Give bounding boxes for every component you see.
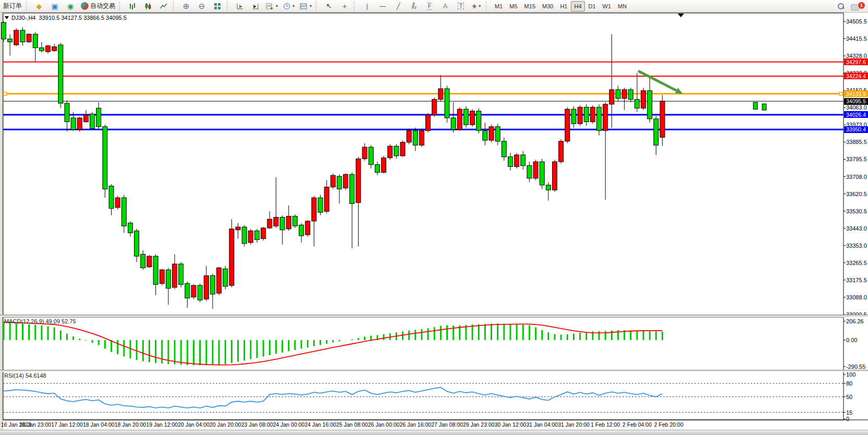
accounts-icon: ▣ <box>51 3 58 10</box>
horizontal-scrollbar[interactable] <box>0 430 868 435</box>
candle <box>223 269 228 286</box>
autoscroll-button[interactable] <box>233 1 247 12</box>
date-axis-label: 16 Jan 23:00 <box>19 421 51 428</box>
ohlc-bars-icon <box>129 3 136 10</box>
autotrade-button[interactable]: 自动交易 <box>79 1 117 12</box>
tile-windows-button[interactable] <box>210 1 225 12</box>
candle <box>553 162 557 190</box>
panel-splitter[interactable] <box>0 370 868 372</box>
autotrade-icon <box>81 2 89 10</box>
shapes-button[interactable]: ◈▾ <box>469 1 484 12</box>
candle <box>160 270 164 283</box>
candle <box>65 103 69 122</box>
candle <box>210 276 215 294</box>
candle <box>647 91 652 119</box>
crosshair-button[interactable]: + <box>337 1 352 12</box>
candle <box>432 100 437 115</box>
accounts-button[interactable]: ▣ <box>47 1 62 12</box>
toolbar-separator <box>173 2 177 11</box>
line-chart-button[interactable] <box>156 1 171 12</box>
timeframe-button-m15[interactable]: M15 <box>521 1 539 11</box>
candle <box>52 47 57 51</box>
crosshair-icon: + <box>343 3 347 10</box>
toolbar-separator <box>227 2 230 11</box>
candle <box>635 100 640 108</box>
zoom-in-icon: ⊕ <box>183 2 190 10</box>
candle <box>350 174 354 203</box>
shapes-icon: ◈ <box>472 3 476 9</box>
candle <box>280 217 285 229</box>
candle <box>388 146 393 158</box>
zoom-in-button[interactable]: ⊕ <box>179 1 193 12</box>
date-axis-label: 26 Jan 00:00 <box>368 421 400 428</box>
chat-button[interactable]: 1 <box>849 1 867 12</box>
candle <box>489 127 494 140</box>
collapse-triangle-icon[interactable] <box>5 16 9 19</box>
price-tick-label: 33885.5 <box>846 139 867 145</box>
vertical-line-button[interactable]: | <box>360 1 374 12</box>
timeframe-button-d1[interactable]: D1 <box>585 1 599 11</box>
zoom-out-button[interactable]: ⊖ <box>194 1 209 12</box>
arrow-annotation[interactable] <box>638 71 677 91</box>
candle <box>445 89 449 118</box>
cursor-button[interactable]: ↖ <box>322 1 336 12</box>
candle <box>457 109 462 129</box>
price-tick-label: 33443.0 <box>846 225 867 232</box>
ohlc-bars-button[interactable] <box>125 1 140 12</box>
chart-shift-button[interactable] <box>248 1 263 12</box>
price-tick-label: 34505.5 <box>846 18 867 25</box>
rsi-axis-label: 15 <box>846 409 852 416</box>
market-icon: ◆ <box>36 3 42 10</box>
price-tick-label: 33708.0 <box>846 174 867 180</box>
rsi-axis-label: 100 <box>846 371 855 378</box>
fibonacci-button[interactable]: F <box>422 1 437 12</box>
text-button[interactable]: A <box>438 1 453 12</box>
line-handle[interactable] <box>839 92 842 95</box>
chart-shift-marker[interactable] <box>678 14 684 17</box>
candle <box>141 254 145 268</box>
candle <box>533 162 538 178</box>
candle <box>128 223 133 233</box>
candle <box>204 276 209 299</box>
search-button[interactable] <box>834 1 848 12</box>
line-chart-icon <box>160 3 167 10</box>
candle <box>426 115 431 130</box>
candle <box>261 228 266 239</box>
indicators-button[interactable]: ▾ <box>264 1 280 12</box>
timeframe-button-m5[interactable]: M5 <box>506 1 520 11</box>
periods-button[interactable]: ▾ <box>281 1 297 12</box>
candle <box>413 130 418 145</box>
channel-button[interactable]: ∥E <box>407 1 421 12</box>
new-order-button[interactable]: 新订单 <box>1 1 24 12</box>
timeframe-button-h4[interactable]: H4 <box>571 1 584 11</box>
candlestick-button[interactable] <box>141 1 155 12</box>
timeframe-button-m1[interactable]: M1 <box>492 1 506 11</box>
cursor-icon: ↖ <box>326 3 332 9</box>
horizontal-line-icon: — <box>380 3 386 9</box>
line-handle[interactable] <box>4 92 7 95</box>
chart-shift-icon <box>252 3 260 10</box>
macd-label: MACD(12,26,9) 49.09 52.75 <box>4 318 76 324</box>
trendline-icon: ╱ <box>396 3 400 9</box>
timeframe-button-h1[interactable]: H1 <box>557 1 570 11</box>
timeframe-button-m30[interactable]: M30 <box>539 1 556 11</box>
price-badge-34297.6: 34297.6 <box>844 58 868 65</box>
timeframe-button-mn[interactable]: MN <box>615 1 630 11</box>
signals-button[interactable]: ◉ <box>63 1 78 12</box>
rsi-axis-label: 0 <box>846 416 849 422</box>
templates-icon <box>300 3 308 10</box>
horizontal-line-button[interactable]: — <box>375 1 390 12</box>
candle <box>312 198 316 221</box>
templates-button[interactable]: ▾ <box>298 1 314 12</box>
label-button[interactable]: T <box>454 1 468 12</box>
macd-axis-label: 206.26 <box>846 318 864 324</box>
market-button[interactable]: ◆ <box>32 1 46 12</box>
chart-window: DJ30-,H4 33910.5 34127.5 33866.5 34095.5… <box>0 13 868 435</box>
autotrade-label: 自动交易 <box>90 2 115 10</box>
candle <box>318 198 323 212</box>
panel-splitter[interactable] <box>0 315 868 317</box>
timeframe-button-w1[interactable]: W1 <box>600 1 615 11</box>
candle <box>83 115 88 122</box>
trendline-button[interactable]: ╱ <box>391 1 406 12</box>
candle <box>382 158 386 173</box>
